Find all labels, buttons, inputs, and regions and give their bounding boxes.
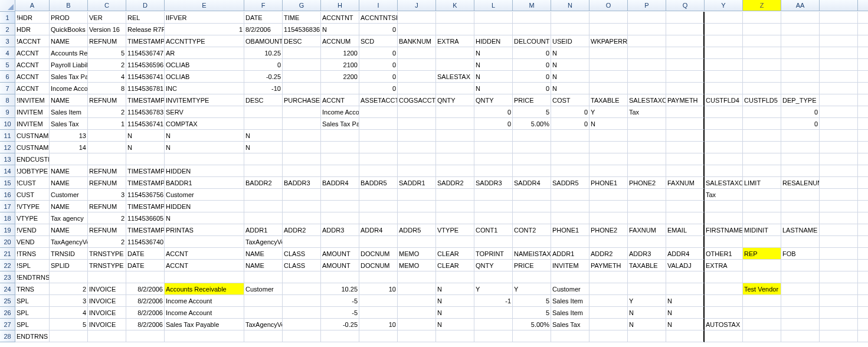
cell-D12[interactable]: N	[126, 142, 165, 153]
cell-C24[interactable]: INVOICE	[88, 283, 126, 295]
row-header-18[interactable]: 18	[0, 212, 15, 224]
row-header-25[interactable]: 25	[0, 295, 15, 307]
cell-empty[interactable]	[820, 236, 858, 248]
row-header-20[interactable]: 20	[0, 236, 15, 248]
cell-AA12[interactable]	[781, 142, 820, 153]
cell-M8[interactable]: PRICE	[513, 94, 551, 106]
cell-D28[interactable]	[126, 330, 165, 342]
cell-I16[interactable]	[359, 189, 398, 201]
cell-E4[interactable]: AR	[165, 47, 244, 59]
cell-empty[interactable]	[820, 130, 858, 142]
cell-D13[interactable]	[126, 153, 165, 165]
cell-E3[interactable]: ACCNTTYPE	[165, 35, 244, 47]
cell-A8[interactable]: !INVITEM	[15, 94, 50, 106]
cell-empty[interactable]	[858, 212, 868, 224]
column-header-O[interactable]: O	[589, 0, 628, 11]
row-header-2[interactable]: 2	[0, 24, 15, 35]
cell-Q19[interactable]: EMAIL	[666, 224, 705, 236]
cell-A23[interactable]: !ENDTRNS	[15, 271, 50, 283]
cell-D17[interactable]: TIMESTAMP	[126, 201, 165, 212]
cell-P18[interactable]	[628, 212, 666, 224]
cell-M10[interactable]: 5.00%	[513, 118, 551, 130]
cell-M3[interactable]: DELCOUNT	[513, 35, 551, 47]
cell-Z2[interactable]	[743, 24, 781, 35]
cell-G4[interactable]	[283, 47, 321, 59]
cell-Z24[interactable]: Test Vendor	[743, 283, 781, 295]
cell-C1[interactable]: VER	[88, 12, 126, 24]
cell-C17[interactable]: REFNUM	[88, 201, 126, 212]
cell-D22[interactable]: DATE	[126, 260, 165, 271]
cell-D6[interactable]: 1154536741	[126, 71, 165, 83]
cell-Y11[interactable]	[705, 130, 743, 142]
cell-O27[interactable]	[589, 319, 628, 330]
cell-D3[interactable]: TIMESTAMP	[126, 35, 165, 47]
cell-O2[interactable]	[589, 24, 628, 35]
cell-empty[interactable]	[858, 189, 868, 201]
cell-A13[interactable]: ENDCUSTNAMEDICT	[15, 153, 50, 165]
cell-A12[interactable]: CUSTNAMEDICT	[15, 142, 50, 153]
cell-M7[interactable]: 0	[513, 83, 551, 94]
cell-M6[interactable]: 0	[513, 71, 551, 83]
cell-Z19[interactable]: MIDINIT	[743, 224, 781, 236]
cell-I22[interactable]: DOCNUM	[359, 260, 398, 271]
cell-Z16[interactable]	[743, 189, 781, 201]
cell-F18[interactable]	[244, 212, 283, 224]
cell-B8[interactable]: NAME	[50, 94, 88, 106]
cell-Q24[interactable]	[666, 283, 705, 295]
cell-A20[interactable]: VEND	[15, 236, 50, 248]
cell-B3[interactable]: NAME	[50, 35, 88, 47]
cell-C3[interactable]: REFNUM	[88, 35, 126, 47]
cell-empty[interactable]	[820, 94, 858, 106]
cell-H26[interactable]: -5	[321, 307, 359, 319]
cell-E17[interactable]: HIDDEN	[165, 201, 244, 212]
cell-N1[interactable]	[551, 12, 589, 24]
cell-H24[interactable]: 10.25	[321, 283, 359, 295]
cell-Q21[interactable]: ADDR4	[666, 248, 705, 260]
cell-P26[interactable]: N	[628, 307, 666, 319]
cell-F24[interactable]: Customer	[244, 283, 283, 295]
cell-Y3[interactable]	[705, 35, 743, 47]
cell-A4[interactable]: ACCNT	[15, 47, 50, 59]
cell-N27[interactable]: Sales Tax	[551, 319, 589, 330]
column-header-Y[interactable]: Y	[705, 0, 743, 11]
cell-B17[interactable]: NAME	[50, 201, 88, 212]
cell-A15[interactable]: !CUST	[15, 177, 50, 189]
cell-D5[interactable]: 1154536596	[126, 59, 165, 71]
cell-C10[interactable]: 1	[88, 118, 126, 130]
cell-F16[interactable]	[244, 189, 283, 201]
row-header-8[interactable]: 8	[0, 94, 15, 106]
cell-empty[interactable]	[820, 106, 858, 118]
cell-L5[interactable]: N	[474, 59, 513, 71]
cell-Z13[interactable]	[743, 153, 781, 165]
cell-E15[interactable]: BADDR1	[165, 177, 244, 189]
cell-L13[interactable]	[474, 153, 513, 165]
cell-E16[interactable]: Customer	[165, 189, 244, 201]
cell-Z20[interactable]	[743, 236, 781, 248]
cell-I19[interactable]: ADDR4	[359, 224, 398, 236]
cell-empty[interactable]	[820, 283, 858, 295]
cell-empty[interactable]	[858, 118, 868, 130]
cell-Q28[interactable]	[666, 330, 705, 342]
row-header-28[interactable]: 28	[0, 330, 15, 342]
cell-K13[interactable]	[436, 153, 474, 165]
cell-A3[interactable]: !ACCNT	[15, 35, 50, 47]
cell-B15[interactable]: NAME	[50, 177, 88, 189]
cell-L20[interactable]	[474, 236, 513, 248]
cell-Z5[interactable]	[743, 59, 781, 71]
cell-O13[interactable]	[589, 153, 628, 165]
cell-Y1[interactable]	[705, 12, 743, 24]
cell-Y5[interactable]	[705, 59, 743, 71]
cell-E23[interactable]	[165, 271, 244, 283]
cell-AA7[interactable]	[781, 83, 820, 94]
cell-E22[interactable]: ACCNT	[165, 260, 244, 271]
cell-empty[interactable]	[858, 12, 868, 24]
cell-P17[interactable]	[628, 201, 666, 212]
cell-L28[interactable]	[474, 330, 513, 342]
cell-I8[interactable]: ASSETACCT	[359, 94, 398, 106]
cell-P28[interactable]	[628, 330, 666, 342]
cell-O7[interactable]	[589, 83, 628, 94]
cell-P2[interactable]	[628, 24, 666, 35]
cell-B1[interactable]: PROD	[50, 12, 88, 24]
cell-N6[interactable]: N	[551, 71, 589, 83]
cell-E5[interactable]: OCLIAB	[165, 59, 244, 71]
